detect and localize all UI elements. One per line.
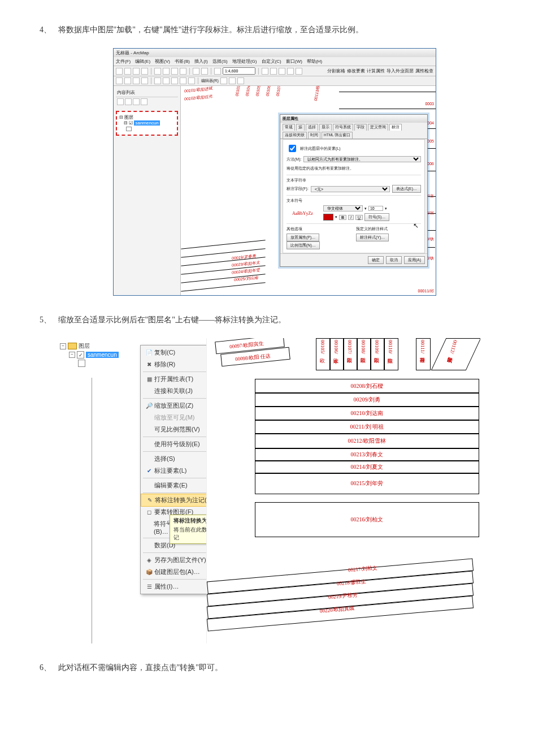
graphics-icon: ◻	[144, 509, 154, 515]
add-data-icon[interactable]	[214, 68, 221, 75]
expression-button[interactable]: 表达式(E)…	[392, 185, 421, 193]
map-canvas[interactable]: 00101/欧阳进斌 00102/欧阳任光 00103/ 00104/ 0010…	[181, 86, 436, 295]
toolbar-btn-import[interactable]: 导入外业面层	[387, 68, 414, 74]
tab-joins[interactable]: 连接和关联	[283, 132, 307, 139]
toolbar-btn-check[interactable]: 属性检查	[415, 68, 433, 74]
edit-tool-icon[interactable]	[229, 77, 236, 84]
zoom-in-icon[interactable]	[116, 77, 123, 84]
python-icon[interactable]	[296, 68, 302, 75]
save-icon[interactable]	[133, 68, 140, 75]
parcel-label: 00106/	[265, 86, 271, 97]
list-by-visibility-icon[interactable]	[133, 98, 140, 105]
delete-icon[interactable]	[180, 68, 186, 75]
italic-button[interactable]: I	[348, 215, 354, 220]
parcel-label: 00107/	[275, 86, 281, 97]
toolbar-btn-modify[interactable]: 修改要素	[347, 68, 365, 74]
menu-bookmarks[interactable]: 书签(B)	[175, 59, 190, 64]
toolbar-tools[interactable]: 编辑器(R)	[114, 76, 436, 86]
dialog-tabs[interactable]: 常规 源 选择 显示 符号系统 字段 定义查询 标注 连接和关联 时间 HTML…	[280, 123, 427, 139]
labelstyle-button[interactable]: 标注样式(Y)…	[356, 234, 389, 241]
new-icon[interactable]	[116, 68, 123, 75]
label-checkbox[interactable]	[289, 145, 296, 152]
method-select[interactable]: 以相同方式为所有要素加标注。	[303, 156, 421, 162]
pan-icon[interactable]	[133, 77, 140, 84]
menu-insert[interactable]: 插入(I)	[194, 59, 208, 64]
tab-labels[interactable]: 标注	[389, 124, 402, 131]
scalerange-button[interactable]: 比例范围(N)…	[286, 241, 320, 249]
tab-general[interactable]: 常规	[283, 124, 295, 131]
clear-selection-icon[interactable]	[163, 77, 170, 84]
print-icon[interactable]	[141, 68, 148, 75]
editor-icon[interactable]	[262, 68, 268, 75]
layer-name[interactable]: sanmencun	[134, 120, 159, 126]
toc-view-buttons[interactable]	[116, 97, 178, 106]
list-by-source-icon[interactable]	[125, 98, 132, 105]
cut-icon[interactable]	[154, 68, 161, 75]
open-icon[interactable]	[124, 68, 131, 75]
step4: 4、 将数据库中图层"加载"，右键"属性"进行字段标注。标注后进行缩放，至合适显…	[40, 23, 494, 37]
ok-button[interactable]: 确定	[368, 256, 384, 264]
parcel-row: 00215/刘年劳	[255, 473, 479, 494]
scale-input[interactable]	[223, 67, 255, 75]
tab-html[interactable]: HTML 弹出窗口	[322, 132, 353, 139]
edit-vertex-icon[interactable]	[237, 77, 244, 84]
parcel-row: 00211/刘 明祖	[255, 420, 479, 434]
identify-icon[interactable]	[171, 77, 178, 84]
bold-button[interactable]: B	[339, 215, 346, 220]
toolbar-standard[interactable]: 分割窗格 修改要素 计算属性 导入外业面层 属性检查	[114, 66, 436, 76]
parcel-label: 00106/欧 本	[332, 340, 340, 355]
tab-time[interactable]: 时间	[308, 132, 320, 139]
visibility-checkbox[interactable]: ✓	[77, 351, 84, 358]
menu-customize[interactable]: 自定义(C)	[262, 59, 281, 64]
search-icon[interactable]	[287, 68, 294, 75]
menu-help[interactable]: 帮助(H)	[307, 59, 322, 64]
convert-anno-icon: ✎	[145, 497, 155, 503]
zoom-out-icon[interactable]	[124, 77, 131, 84]
tab-display[interactable]: 显示	[319, 124, 332, 131]
tab-source[interactable]: 源	[296, 124, 305, 131]
copy-icon[interactable]	[163, 68, 170, 75]
symbol-button[interactable]: 符号(S)…	[364, 213, 389, 221]
list-by-selection-icon[interactable]	[141, 98, 147, 105]
measure-icon[interactable]	[188, 77, 195, 84]
menu-windows[interactable]: 窗口(W)	[286, 59, 302, 64]
labelfield-select[interactable]: <无>	[311, 186, 390, 192]
tree-root[interactable]: 图层	[79, 342, 90, 350]
save-layer-icon: ◈	[144, 557, 154, 563]
toolbox-icon[interactable]	[270, 68, 277, 75]
cancel-button[interactable]: 取消	[386, 256, 402, 264]
menu-file[interactable]: 文件(F)	[116, 59, 131, 64]
placement-button[interactable]: 放置属性(P)…	[286, 234, 319, 241]
toolbar-btn-split[interactable]: 分割窗格	[327, 68, 345, 74]
undo-icon[interactable]	[193, 68, 199, 75]
toolbar-btn-calc[interactable]: 计算属性	[367, 68, 385, 74]
tab-defquery[interactable]: 定义查询	[368, 124, 388, 131]
dialog-footer: 确定 取消 应用(A)	[280, 253, 427, 266]
list-by-drawing-icon[interactable]	[117, 98, 124, 105]
select-icon[interactable]	[154, 77, 161, 84]
editor-arrow-icon[interactable]	[220, 77, 227, 84]
menu-edit[interactable]: 编辑(E)	[135, 59, 150, 64]
symbol-checkbox[interactable]	[78, 360, 85, 367]
full-extent-icon[interactable]	[141, 77, 148, 84]
menu-selection[interactable]: 选择(S)	[212, 59, 228, 64]
paste-icon[interactable]	[171, 68, 178, 75]
layer-node-selected[interactable]: sanmencun	[86, 352, 119, 358]
menu-geoprocessing[interactable]: 地理处理(G)	[232, 59, 257, 64]
tab-selection[interactable]: 选择	[306, 124, 318, 131]
font-select[interactable]: 华文楷体	[323, 205, 363, 211]
apply-button[interactable]: 应用(A)	[404, 256, 425, 264]
expand-icon[interactable]: −	[69, 352, 75, 358]
tab-symbology[interactable]: 符号系统	[333, 124, 353, 131]
underline-button[interactable]: U	[355, 215, 363, 220]
expand-icon[interactable]: −	[60, 343, 66, 349]
tab-fields[interactable]: 字段	[354, 124, 367, 131]
map-canvas-2[interactable]: 00097/欧阳寅生 00098/欧阳 任达 00105/欧 00106/欧 本…	[206, 338, 480, 643]
fontsize-input[interactable]	[368, 206, 383, 211]
menubar[interactable]: 文件(F) 编辑(E) 视图(V) 书签(B) 插入(I) 选择(S) 地理处理…	[114, 57, 436, 66]
redo-icon[interactable]	[201, 68, 208, 75]
color-swatch[interactable]	[323, 214, 333, 221]
find-icon[interactable]	[180, 77, 186, 84]
menu-view[interactable]: 视图(V)	[155, 59, 170, 64]
catalog-icon[interactable]	[279, 68, 285, 75]
